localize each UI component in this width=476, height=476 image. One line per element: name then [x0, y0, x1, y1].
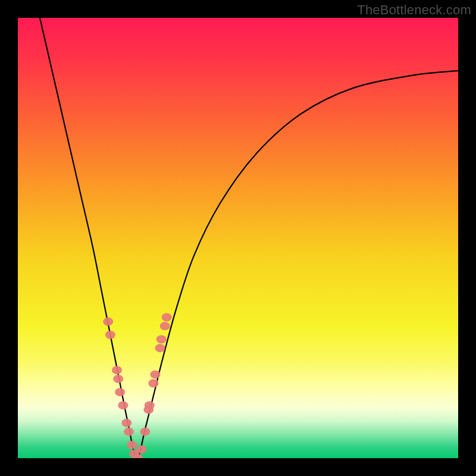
bottleneck-curve — [40, 18, 458, 458]
sample-dot — [112, 366, 122, 374]
sample-dots-group — [103, 313, 171, 458]
sample-dot — [113, 375, 123, 383]
sample-dot — [136, 445, 146, 453]
sample-dot — [115, 388, 125, 396]
sample-dot — [160, 322, 170, 330]
sample-dot — [140, 428, 150, 436]
sample-dot — [156, 335, 167, 343]
sample-dot — [148, 379, 158, 387]
sample-dot — [162, 313, 172, 321]
sample-dot — [127, 441, 137, 449]
chart-svg — [18, 18, 458, 458]
sample-dot — [155, 344, 165, 352]
sample-dot — [103, 318, 113, 326]
sample-dot — [121, 419, 131, 427]
plot-area — [18, 18, 458, 458]
sample-dot — [145, 401, 155, 409]
watermark-text: TheBottleneck.com — [357, 2, 471, 18]
sample-dot — [105, 331, 115, 339]
sample-dot — [150, 370, 160, 378]
sample-dot — [124, 428, 134, 436]
sample-dot — [118, 401, 128, 409]
outer-frame: TheBottleneck.com — [0, 0, 476, 476]
